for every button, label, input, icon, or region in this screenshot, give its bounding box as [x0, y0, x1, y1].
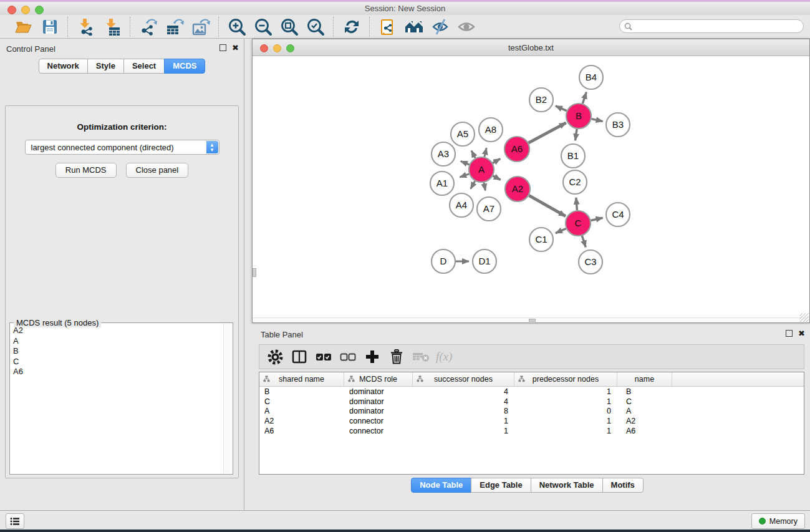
cell-predecessor_nodes[interactable]: 0 [514, 407, 617, 415]
tab-style[interactable]: Style [87, 59, 124, 74]
run-mcds-button[interactable]: Run MCDS [55, 163, 117, 178]
edge-C-C1[interactable] [556, 229, 566, 233]
edge-A-A5[interactable] [471, 151, 475, 158]
cell-predecessor_nodes[interactable]: 1 [514, 387, 617, 396]
edge-B-B1[interactable] [576, 129, 577, 140]
cell-successor_nodes[interactable]: 4 [413, 397, 514, 406]
edge-C-C4[interactable] [591, 218, 603, 220]
cell-mcds_role[interactable]: connector [344, 417, 413, 425]
new-network-from-selection-button[interactable] [378, 17, 398, 37]
cell-shared_name[interactable]: C [259, 397, 344, 406]
edge-B-B4[interactable] [582, 92, 586, 104]
add-column-icon[interactable] [363, 347, 382, 366]
edge-A-A6[interactable] [493, 159, 500, 163]
tab-node-table[interactable]: Node Table [411, 478, 471, 493]
vertical-scrollbar-thumb[interactable] [253, 268, 256, 277]
edge-C-C3[interactable] [582, 236, 586, 247]
zoom-in-button[interactable] [227, 17, 247, 37]
welcome-screen-button[interactable] [404, 17, 424, 37]
network-graph[interactable]: B4B2BB3A8A5A6A3B1AC2A1A2A4A7C4CC1DD1C3 [253, 56, 809, 319]
float-panel-icon[interactable] [219, 44, 226, 51]
column-header-shared-name[interactable]: shared name [259, 372, 344, 386]
export-table-button[interactable] [165, 17, 185, 37]
edge-A6-B[interactable] [529, 123, 566, 143]
zoom-selected-button[interactable] [306, 17, 325, 37]
cell-predecessor_nodes[interactable]: 1 [514, 417, 617, 425]
edge-B-B3[interactable] [592, 119, 603, 122]
hide-graphics-details-icon[interactable] [430, 17, 450, 37]
show-columns-icon[interactable] [290, 347, 309, 366]
cell-shared_name[interactable]: A6 [259, 427, 344, 435]
task-history-button[interactable] [6, 513, 24, 529]
result-list-item[interactable]: A [11, 336, 223, 347]
cell-successor_nodes[interactable]: 1 [413, 417, 514, 425]
table-settings-icon[interactable] [266, 347, 284, 366]
table-row[interactable]: A6connector11A6 [259, 426, 804, 436]
function-builder-icon[interactable]: f(x) [436, 350, 452, 364]
edge-A2-C[interactable] [529, 195, 566, 216]
edge-A-A7[interactable] [484, 183, 486, 191]
cell-name[interactable]: C [617, 397, 672, 406]
zoom-out-button[interactable] [253, 17, 273, 37]
column-header-successor-nodes[interactable]: successor nodes [413, 372, 514, 386]
result-list-item[interactable]: A6 [11, 367, 223, 377]
search-input[interactable] [635, 21, 803, 31]
horizontal-scrollbar-thumb[interactable] [529, 319, 536, 322]
search-field[interactable] [619, 19, 804, 33]
edge-A-A3[interactable] [461, 161, 470, 165]
cell-mcds_role[interactable]: dominator [344, 407, 413, 415]
table-row[interactable]: Cdominator41C [259, 397, 804, 407]
table-row[interactable]: A2connector11A2 [259, 416, 804, 426]
network-canvas[interactable]: B4B2BB3A8A5A6A3B1AC2A1A2A4A7C4CC1DD1C3 [253, 56, 809, 322]
horizontal-scrollbar[interactable] [253, 317, 809, 322]
open-session-button[interactable] [14, 17, 34, 37]
zoom-fit-button[interactable] [279, 17, 299, 37]
export-network-button[interactable] [138, 17, 158, 37]
cell-mcds_role[interactable]: dominator [344, 387, 413, 396]
tab-network-table[interactable]: Network Table [531, 478, 603, 493]
cell-successor_nodes[interactable]: 4 [413, 387, 514, 396]
float-panel-icon[interactable] [786, 330, 793, 337]
cell-successor_nodes[interactable]: 8 [413, 407, 514, 415]
tab-motifs[interactable]: Motifs [602, 478, 644, 493]
tab-mcds[interactable]: MCDS [164, 59, 205, 74]
column-header-MCDS-role[interactable]: MCDS role [344, 372, 413, 386]
select-all-icon[interactable] [314, 347, 333, 366]
edge-A-A1[interactable] [460, 174, 469, 177]
table-row[interactable]: Adominator80A [259, 407, 804, 417]
cell-name[interactable]: A2 [617, 417, 672, 425]
cell-name[interactable]: A [617, 407, 672, 415]
column-header-name[interactable]: name [617, 372, 672, 386]
network-window-titlebar[interactable]: testGlobe.txt [253, 39, 809, 56]
edge-A-A2[interactable] [493, 176, 501, 180]
unselect-all-icon[interactable] [339, 347, 357, 366]
edge-A-A8[interactable] [485, 148, 486, 157]
memory-button[interactable]: Memory [751, 513, 805, 529]
save-session-button[interactable] [40, 17, 60, 37]
apply-layout-button[interactable] [342, 17, 362, 37]
cell-name[interactable]: A6 [617, 427, 672, 435]
cell-shared_name[interactable]: A [259, 407, 344, 415]
cell-mcds_role[interactable]: connector [344, 427, 413, 435]
cell-shared_name[interactable]: B [259, 387, 344, 396]
delete-column-icon[interactable] [387, 347, 406, 366]
show-graphics-details-icon[interactable] [456, 17, 476, 37]
edge-B-B2[interactable] [556, 106, 567, 111]
import-table-button[interactable] [102, 17, 122, 37]
node-table[interactable]: shared nameMCDS rolesuccessor nodesprede… [259, 372, 804, 475]
cell-predecessor_nodes[interactable]: 1 [514, 427, 617, 435]
close-panel-icon[interactable]: ✖ [232, 44, 239, 51]
edge-C-C2[interactable] [576, 198, 577, 210]
cell-predecessor_nodes[interactable]: 1 [514, 397, 617, 406]
result-list-item[interactable]: B [11, 346, 223, 357]
cell-shared_name[interactable]: A2 [259, 417, 344, 425]
result-list-item[interactable]: A2 [11, 326, 223, 336]
export-image-button[interactable] [191, 17, 211, 37]
cell-name[interactable]: B [617, 387, 672, 396]
table-row[interactable]: Bdominator41B [259, 387, 804, 397]
tab-network[interactable]: Network [39, 59, 88, 74]
tab-edge-table[interactable]: Edge Table [471, 478, 531, 493]
result-scrollbar[interactable] [223, 324, 232, 473]
close-panel-button[interactable]: Close panel [126, 163, 189, 178]
cell-successor_nodes[interactable]: 1 [413, 427, 514, 435]
